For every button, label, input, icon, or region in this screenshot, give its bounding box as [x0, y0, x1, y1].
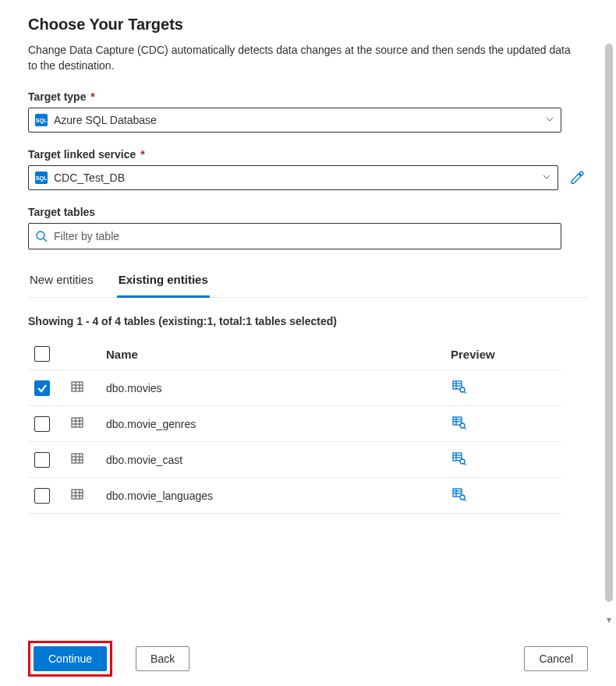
- preview-icon: [452, 487, 466, 501]
- table-row[interactable]: dbo.movies: [28, 370, 561, 406]
- preview-icon: [452, 380, 466, 394]
- table-icon: [70, 491, 84, 504]
- pencil-icon: [570, 171, 584, 185]
- edit-linked-service-button[interactable]: [566, 167, 588, 189]
- linked-service-value: CDC_Test_DB: [54, 172, 542, 184]
- page-title: Choose Your Targets: [28, 16, 588, 34]
- linked-service-label-text: Target linked service: [28, 148, 136, 161]
- svg-point-11: [460, 387, 465, 392]
- preview-button[interactable]: [451, 486, 468, 505]
- svg-line-1: [44, 239, 47, 242]
- preview-button[interactable]: [451, 414, 468, 433]
- target-tables-field: Target tables: [28, 206, 588, 249]
- required-asterisk: *: [140, 148, 144, 161]
- scrollbar-thumb[interactable]: [605, 44, 613, 602]
- linked-service-field: Target linked service * SQL CDC_Test_DB: [28, 148, 588, 190]
- chevron-down-icon: [545, 114, 554, 126]
- svg-rect-13: [72, 418, 83, 427]
- column-header-preview[interactable]: Preview: [444, 338, 561, 370]
- tab-new-entities[interactable]: New entities: [28, 265, 95, 298]
- tab-existing-entities[interactable]: Existing entities: [117, 265, 210, 298]
- svg-line-45: [465, 500, 466, 501]
- svg-line-12: [465, 392, 466, 394]
- svg-point-0: [37, 232, 44, 239]
- svg-rect-35: [72, 490, 83, 499]
- footer-bar: Continue Back Cancel: [0, 631, 616, 686]
- table-icon: [70, 455, 84, 468]
- table-row[interactable]: dbo.movie_genres: [28, 406, 561, 442]
- row-checkbox[interactable]: [34, 452, 50, 468]
- azure-sql-icon: SQL: [35, 172, 48, 184]
- svg-point-44: [460, 495, 465, 500]
- row-name: dbo.movie_cast: [100, 442, 444, 478]
- continue-highlight: Continue: [28, 641, 112, 677]
- choose-targets-panel: Choose Your Targets Change Data Capture …: [0, 0, 616, 686]
- scroll-area: Choose Your Targets Change Data Capture …: [0, 0, 616, 631]
- azure-sql-icon: SQL: [35, 114, 48, 126]
- svg-point-33: [460, 459, 465, 464]
- entities-tabs: New entities Existing entities: [28, 265, 588, 298]
- continue-button[interactable]: Continue: [34, 646, 107, 671]
- page-subtitle: Change Data Capture (CDC) automatically …: [28, 43, 574, 73]
- svg-rect-24: [72, 454, 83, 463]
- target-tables-label: Target tables: [28, 206, 588, 218]
- column-header-name[interactable]: Name: [100, 338, 444, 370]
- preview-icon: [452, 451, 466, 465]
- table-row[interactable]: dbo.movie_cast: [28, 442, 561, 478]
- target-type-value: Azure SQL Database: [54, 114, 545, 126]
- search-icon: [35, 230, 48, 242]
- preview-icon: [452, 415, 466, 430]
- cancel-button[interactable]: Cancel: [524, 646, 588, 671]
- filter-by-table-search[interactable]: [28, 223, 561, 249]
- target-type-dropdown[interactable]: SQL Azure SQL Database: [28, 108, 561, 133]
- svg-line-23: [465, 428, 466, 430]
- row-checkbox[interactable]: [34, 488, 50, 504]
- table-row[interactable]: dbo.movie_languages: [28, 478, 561, 514]
- required-asterisk: *: [90, 90, 94, 103]
- preview-button[interactable]: [451, 378, 468, 398]
- svg-rect-2: [72, 382, 83, 391]
- table-icon: [70, 419, 84, 432]
- back-button[interactable]: Back: [136, 646, 189, 671]
- row-name: dbo.movies: [100, 370, 444, 406]
- preview-button[interactable]: [451, 450, 468, 469]
- svg-line-34: [465, 464, 466, 465]
- row-checkbox[interactable]: [34, 416, 50, 432]
- chevron-down-icon: [542, 172, 551, 184]
- filter-by-table-input[interactable]: [48, 229, 554, 243]
- target-type-field: Target type * SQL Azure SQL Database: [28, 90, 588, 133]
- table-icon: [70, 384, 84, 396]
- linked-service-dropdown[interactable]: SQL CDC_Test_DB: [28, 165, 558, 190]
- target-type-label: Target type *: [28, 90, 588, 103]
- linked-service-label: Target linked service *: [28, 148, 588, 161]
- target-tables-grid: Name Preview dbo.movies: [28, 338, 561, 514]
- row-name: dbo.movie_languages: [100, 478, 444, 514]
- scroll-down-arrow[interactable]: ▾: [604, 614, 614, 625]
- select-all-checkbox[interactable]: [34, 346, 50, 362]
- target-type-label-text: Target type: [28, 90, 86, 103]
- row-name: dbo.movie_genres: [100, 406, 444, 442]
- scrollbar[interactable]: [605, 44, 613, 631]
- row-checkbox[interactable]: [34, 380, 50, 396]
- table-count-line: Showing 1 - 4 of 4 tables (existing:1, t…: [28, 315, 588, 327]
- svg-point-22: [460, 423, 465, 428]
